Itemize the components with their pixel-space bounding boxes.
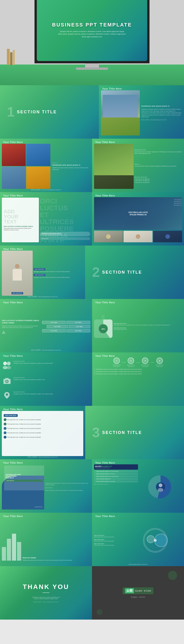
section-number-2: 2 [92,265,100,279]
slide-desc-label-s3: Vestibulum ante ipsum primis in [52,164,90,166]
slide-pie: Your Title Here TEXT TEXT 40% AND AND TH… [92,299,184,352]
svg-point-15 [158,488,163,492]
svg-text:40%: 40% [101,328,105,330]
slide-large-text: Your Title Here ADDYOURTEXT ORCI LUCTUS … [0,192,92,246]
thankyou-heading: THANK YOU [23,583,69,590]
slide-numbered-steps: Your Title Here 1 DESCRIPTIONLorem ipsum… [92,352,184,406]
list-item: 4 Proin eget tortor risus. Curabitur arc… [4,432,81,434]
slide-desc-body-s3: Vestibulum ante ipsum primis in faucibus… [52,167,90,170]
slide-title-s18: Your Title Here [95,515,115,518]
slide-section-2: 2 SECTION TITLE [85,246,184,299]
wm-code: 作品编号：4436755 [131,596,145,598]
slide-row-2: Your Title Here TABLE 4 Vestibulum ante … [0,139,184,192]
svg-point-12 [6,394,8,396]
slide-hands: Your Title Here VESTIBULUM ANTEIPSUM PRI… [92,192,184,246]
slide-row-4: Your Title Here ADD YOUR TEXT ADD YOUR T… [0,246,184,299]
slide-row-8: Your Title Here VESTIBULUM ANTEIPSUM PRI… [0,459,184,513]
pie-chart-svg: 40% [94,320,112,338]
wm-tagline: 精品素材 · 每日更新 [135,590,151,592]
slide-img-text-1: Your Title Here Vestibulum ante ipsum pr… [99,85,184,139]
slide-row-7: Your Title Here ADD YOUR TEXT 1 Proin eg… [0,406,184,459]
hero-section: BUSINESS PPT TEMPLATE Quisque velit nisi… [0,0,184,85]
slide-title-s2: Your Title Here [102,88,122,90]
thankyou-subtext: Vestibulum ante ipsum primis in faucibus… [32,596,60,599]
slide-title-s10: Your Title Here [95,301,115,304]
slide-flow: Your Title Here ORCI LUCTUS ET ULTRICES … [0,299,92,352]
slide-white-panel: Your Title Here ADD YOUR TEXT 1 Proin eg… [0,406,85,459]
slide-title-s5: Your Title Here [3,194,23,197]
slide-title-s9: Your Title Here [3,301,23,304]
list-item: 2 Proin eget tortor risus. Curabitur arc… [4,423,81,426]
slide-title-s13: Your Title Here [3,408,23,411]
list-item: 1 Proin eget tortor risus. Curabitur arc… [4,418,81,421]
svg-rect-11 [5,378,9,379]
hero-subtitle: Quisque velit nisi, pretium ut lacinia i… [57,30,127,38]
slide-man-cards: Your Title Here ADD YOUR TEXT ADD YOUR T… [0,246,85,299]
slide-row-1: 1 SECTION TITLE Your Title Here Vestibul… [0,85,184,139]
slide-title-s7: Your Title Here [3,248,23,250]
profile-pie-svg [148,474,173,500]
slide-row-9: Your Title Here Stean turn Studio Vestib… [0,513,184,566]
svg-point-4 [3,362,7,365]
section-number-3: 3 [92,426,100,440]
desc-title-s2: Vestibulum ante ipsum primis in [141,105,182,107]
slide-footer-s9: 负责任主题官网：https://tianglongywen.tmall.com [0,349,92,351]
section-number-1: 1 [7,105,14,119]
slide-title-s3: Your Title Here [3,141,23,144]
slide-title-s17: Your Title Here [3,515,23,518]
slide-title-s12: Your Title Here [95,355,115,357]
wm-logo-badge: 众图 [125,588,134,593]
slide-footer-s13: 负责任主题官网：https://tianglongywen.tmall.com [0,456,85,458]
list-item: 5 Proin eget tortor risus. Curabitur arc… [4,436,81,438]
slide-row-6: Your Title Here DESCRIPTION Curabitur ar… [0,352,184,406]
camera-icon [3,377,11,385]
slide-profile-pie: Your Title Here MAURIS BLANDIT ALI Pelle… [92,459,184,513]
svg-point-7 [6,366,11,369]
slide-bar-chart: Your Title Here Stean turn Studio Vestib… [0,513,92,566]
slide-title-s6: Your Title Here [95,194,115,197]
slide-thankyou: THANK YOU Vestibulum ante ipsum primis i… [0,566,92,620]
desc-body-s2: Vestibulum ante ipsum primis in faucibus… [141,108,182,118]
slide-collage: Your Title Here TABLE 4 Vestibulum ante … [0,139,92,192]
svg-point-6 [7,362,10,365]
slide-grass: Your Title Here DESCRIPTION Ipsum dolor … [92,139,184,192]
svg-point-19 [154,539,157,542]
people-icon [2,361,12,370]
slide-wave-blue: Your Title Here VESTIBULUM ANTEIPSUM PRI… [0,459,92,513]
monitor: BUSINESS PPT TEMPLATE Quisque velit nisi… [32,0,152,75]
slide-circles: Your Title Here ADD YOUR TEXT Lorem ipsu… [92,513,184,566]
circles-svg [143,528,168,553]
slide-icon-steps: Your Title Here DESCRIPTION Curabitur ar… [0,352,92,406]
svg-point-18 [147,536,154,543]
list-item: 3 Proin eget tortor risus. Curabitur arc… [4,427,81,430]
slide-title-s4: Your Title Here [95,141,115,144]
slide-row-3: Your Title Here ADDYOURTEXT ORCI LUCTUS … [0,192,184,246]
slide-title-s15: Your Title Here [3,462,23,464]
slide-footer-s18: https://tianglongywen.tmall.com [92,564,184,565]
slide-section-1: 1 SECTION TITLE [0,85,99,139]
slide-footer-s3: 负责任主题官网：https://tianglongywen.tmall.com [0,189,92,191]
svg-point-14 [159,484,162,487]
slide-row-5: Your Title Here ORCI LUCTUS ET ULTRICES … [0,299,184,352]
slide-title-s16: Your Title Here [95,462,115,464]
section-label-3: SECTION TITLE [102,430,142,435]
section-label-1: SECTION TITLE [17,110,57,114]
slide-title-s11: Your Title Here [3,355,23,357]
pin-icon [3,391,11,400]
slide-row-bottom: THANK YOU Vestibulum ante ipsum primis i… [0,566,184,620]
slide-footer-s2: 负责任主题官网：https://tianglongywen.tmall.com [141,119,182,120]
hero-title: BUSINESS PPT TEMPLATE [52,22,132,28]
watermark-panel: 众图 精品素材 · 每日更新 作品编号：4436755 [92,566,184,620]
slide-tag-s3: TABLE 4 [52,162,90,164]
slide-section-3: 3 SECTION TITLE [85,406,184,459]
section-label-2: SECTION TITLE [102,270,142,275]
slide-footer-s7: 负责任主题官网：https://tianglongywen.tmall.com [0,296,85,298]
svg-point-10 [6,380,8,382]
